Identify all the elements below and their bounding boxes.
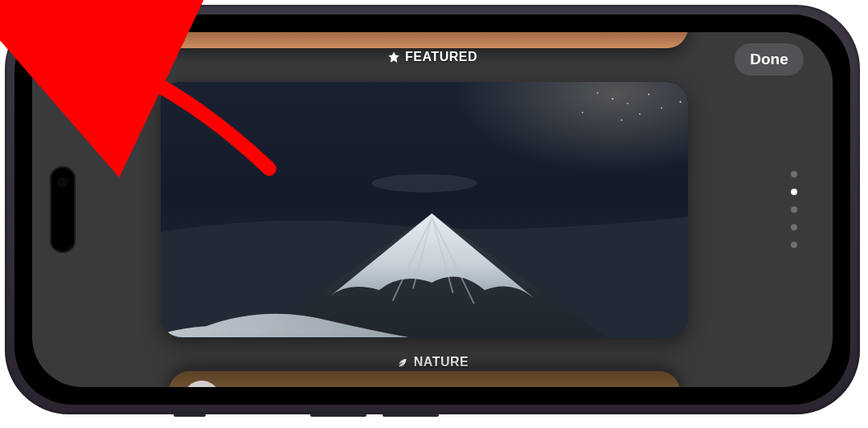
category-label-nature: NATURE: [396, 355, 469, 369]
wallpaper-card-nature[interactable]: [161, 82, 688, 337]
screen: FEATURED + Done: [32, 32, 833, 387]
plus-icon: +: [85, 46, 100, 73]
svg-point-4: [627, 103, 628, 104]
volume-down-button: [383, 414, 439, 417]
next-card-control-icon: [183, 381, 220, 387]
svg-point-6: [661, 108, 662, 109]
dynamic-island: [50, 166, 76, 253]
add-button[interactable]: +: [61, 43, 124, 75]
done-button-label: Done: [750, 51, 788, 68]
svg-point-3: [612, 98, 613, 100]
star-icon: [387, 51, 400, 63]
svg-point-5: [648, 94, 649, 96]
phone-bezel: FEATURED + Done: [14, 14, 850, 405]
category-label-text: NATURE: [414, 355, 469, 369]
page-dot[interactable]: [791, 171, 797, 177]
svg-point-11: [621, 120, 623, 121]
category-label-featured: FEATURED: [387, 50, 477, 64]
page-indicator[interactable]: [791, 171, 797, 248]
wallpaper-card-next[interactable]: [169, 371, 680, 387]
wallpaper-card-featured[interactable]: [161, 32, 688, 48]
category-label-text: FEATURED: [405, 50, 477, 64]
page-dot[interactable]: [791, 242, 797, 248]
svg-point-10: [639, 113, 641, 115]
svg-point-7: [582, 112, 583, 113]
mute-switch: [174, 414, 206, 417]
phone-body: FEATURED + Done: [5, 5, 860, 414]
volume-up-button: [310, 414, 366, 417]
leaf-icon: [396, 356, 409, 369]
page-dot[interactable]: [791, 206, 797, 213]
done-button[interactable]: Done: [735, 43, 804, 75]
svg-point-8: [680, 101, 682, 103]
page-dot[interactable]: [791, 224, 797, 230]
svg-point-9: [597, 92, 599, 94]
page-dot[interactable]: [791, 189, 797, 195]
svg-point-2: [371, 174, 477, 192]
wallpaper-image: [161, 82, 688, 337]
